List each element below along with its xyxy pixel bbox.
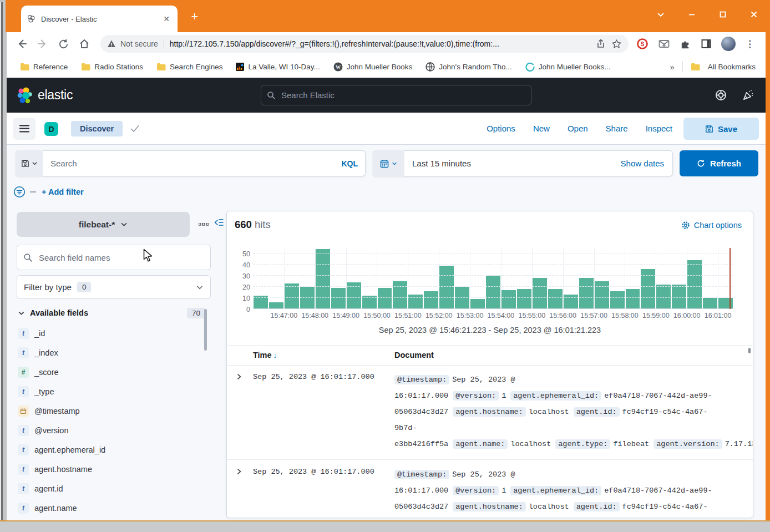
histogram-bar[interactable] bbox=[718, 298, 733, 309]
field-item-agent-hostname[interactable]: tagent.hostname bbox=[18, 459, 201, 479]
toolbar-link-inspect[interactable]: Inspect bbox=[646, 124, 672, 133]
filter-circle-icon[interactable] bbox=[13, 186, 26, 198]
expand-row-icon[interactable] bbox=[236, 468, 242, 475]
histogram-bar[interactable] bbox=[517, 289, 531, 309]
bookmark-reference[interactable]: Reference bbox=[20, 63, 68, 71]
histogram-bar[interactable] bbox=[501, 290, 516, 309]
saved-query-menu-button[interactable] bbox=[16, 150, 43, 176]
back-icon[interactable] bbox=[16, 38, 28, 50]
field-item-id[interactable]: t_id bbox=[18, 323, 201, 343]
address-bar[interactable]: Not secure http://172.105.7.150/app/disc… bbox=[100, 35, 629, 53]
date-quick-select-button[interactable] bbox=[373, 150, 404, 176]
global-search[interactable] bbox=[261, 85, 531, 105]
time-column-header[interactable]: Time↓ bbox=[253, 351, 277, 359]
filter-by-type-select[interactable]: Filter by type 0 bbox=[17, 275, 211, 299]
index-pattern-select[interactable]: filebeat-* bbox=[17, 212, 190, 237]
histogram-bar[interactable] bbox=[579, 278, 594, 309]
field-item-type[interactable]: t_type bbox=[18, 382, 201, 401]
newsfeed-party-icon[interactable] bbox=[742, 89, 754, 102]
window-chevron-icon[interactable] bbox=[652, 6, 669, 23]
home-icon[interactable] bbox=[78, 38, 90, 50]
tab-close-icon[interactable]: ✕ bbox=[161, 14, 172, 23]
toolbar-link-new[interactable]: New bbox=[533, 124, 550, 133]
refresh-button[interactable]: Refresh bbox=[680, 150, 758, 176]
browser-menu-kebab-icon[interactable]: ⋮ bbox=[745, 38, 754, 50]
field-item-agent-ephemeral-id[interactable]: tagent.ephemeral_id bbox=[18, 440, 201, 459]
global-search-input[interactable] bbox=[280, 90, 525, 100]
field-search-input[interactable] bbox=[38, 252, 204, 263]
bookmark-la-valle-wi-10-day[interactable]: La Valle, WI 10-Day... bbox=[236, 63, 320, 71]
bookmark-radio-stations[interactable]: Radio Stations bbox=[81, 63, 143, 71]
breadcrumb-discover[interactable]: Discover bbox=[71, 121, 123, 136]
show-dates-button[interactable]: Show dates bbox=[621, 159, 664, 168]
histogram-bar[interactable] bbox=[672, 285, 686, 309]
query-search-input[interactable] bbox=[43, 159, 341, 168]
histogram-bar[interactable] bbox=[548, 289, 563, 309]
bookmark-search-engines[interactable]: Search Engines bbox=[156, 63, 222, 71]
reload-icon[interactable] bbox=[58, 38, 69, 50]
password-extension-icon[interactable]: S bbox=[636, 38, 649, 50]
window-close-icon[interactable] bbox=[746, 6, 762, 23]
add-filter-button[interactable]: + Add filter bbox=[42, 188, 84, 196]
histogram-bar[interactable] bbox=[470, 299, 485, 309]
window-maximize-icon[interactable] bbox=[715, 6, 731, 23]
time-range-value[interactable]: Last 15 minutes bbox=[412, 159, 621, 168]
histogram-bar[interactable] bbox=[408, 295, 423, 309]
histogram-bar[interactable] bbox=[656, 285, 671, 309]
space-avatar[interactable]: D bbox=[44, 122, 58, 136]
bookmark-john-s-random-tho[interactable]: John's Random Tho... bbox=[425, 62, 511, 72]
histogram-bar[interactable] bbox=[610, 291, 625, 309]
available-fields-header[interactable]: Available fields 70 bbox=[18, 306, 210, 320]
extensions-puzzle-icon[interactable] bbox=[680, 38, 691, 50]
histogram-bar[interactable] bbox=[703, 298, 717, 309]
histogram-bar[interactable] bbox=[331, 288, 346, 309]
field-item-agent-name[interactable]: tagent.name bbox=[18, 498, 201, 518]
toolbar-link-open[interactable]: Open bbox=[568, 124, 588, 133]
histogram-bar[interactable] bbox=[378, 288, 392, 309]
sidebar-panel-icon[interactable] bbox=[701, 38, 712, 49]
share-icon[interactable] bbox=[596, 39, 606, 49]
histogram-bar[interactable] bbox=[439, 266, 454, 309]
histogram-bar[interactable] bbox=[300, 287, 315, 309]
browser-tab[interactable]: Discover - Elastic ✕ bbox=[21, 6, 178, 32]
histogram-bar[interactable] bbox=[285, 283, 299, 309]
expand-row-icon[interactable] bbox=[236, 373, 242, 380]
new-tab-button[interactable]: + bbox=[188, 10, 202, 24]
collapse-sidebar-icon[interactable] bbox=[214, 218, 224, 227]
field-item-index[interactable]: t_index bbox=[18, 343, 201, 362]
mail-extension-icon[interactable] bbox=[658, 38, 670, 50]
bookmark-star-icon[interactable] bbox=[611, 39, 622, 49]
histogram-bar[interactable] bbox=[424, 291, 438, 309]
field-item-score[interactable]: #_score bbox=[18, 362, 201, 382]
help-lifering-icon[interactable] bbox=[715, 89, 727, 102]
histogram-bar[interactable] bbox=[564, 295, 578, 309]
toolbar-link-share[interactable]: Share bbox=[606, 124, 628, 133]
field-item-agent-id[interactable]: tagent.id bbox=[18, 479, 201, 498]
url-text[interactable]: http://172.105.7.150/app/discover#/?_g=(… bbox=[170, 39, 590, 48]
window-minimize-icon[interactable] bbox=[683, 6, 700, 23]
field-search[interactable] bbox=[17, 245, 211, 270]
save-button[interactable]: Save bbox=[683, 118, 759, 140]
histogram-bar[interactable] bbox=[486, 276, 500, 309]
histogram-bar[interactable] bbox=[626, 289, 640, 309]
field-item-version[interactable]: t@version bbox=[18, 420, 201, 440]
bookmark-john-mueller-books[interactable]: WJohn Mueller Books bbox=[333, 62, 413, 72]
table-scrollbar[interactable] bbox=[748, 348, 751, 353]
bookmarks-overflow-icon[interactable]: » bbox=[670, 62, 674, 72]
histogram-bar[interactable] bbox=[533, 278, 547, 309]
histogram-bar[interactable] bbox=[455, 287, 469, 309]
histogram-bar[interactable] bbox=[316, 249, 330, 309]
bookmark-john-mueller-books[interactable]: John Mueller Books... bbox=[525, 62, 611, 72]
sidebar-scrollbar[interactable] bbox=[204, 309, 207, 351]
elastic-logo[interactable]: elastic bbox=[17, 87, 73, 104]
profile-avatar[interactable] bbox=[721, 37, 736, 51]
forward-icon[interactable] bbox=[37, 38, 49, 50]
main-menu-button[interactable] bbox=[13, 118, 36, 140]
histogram-bar[interactable] bbox=[595, 281, 609, 309]
query-language-button[interactable]: KQL bbox=[341, 159, 366, 168]
histogram-bar[interactable] bbox=[687, 260, 702, 309]
sort-descending-icon[interactable]: ↓ bbox=[273, 351, 277, 359]
toolbar-link-options[interactable]: Options bbox=[487, 124, 515, 133]
index-options-boxes-icon[interactable] bbox=[197, 219, 210, 229]
histogram-bar[interactable] bbox=[393, 281, 407, 309]
